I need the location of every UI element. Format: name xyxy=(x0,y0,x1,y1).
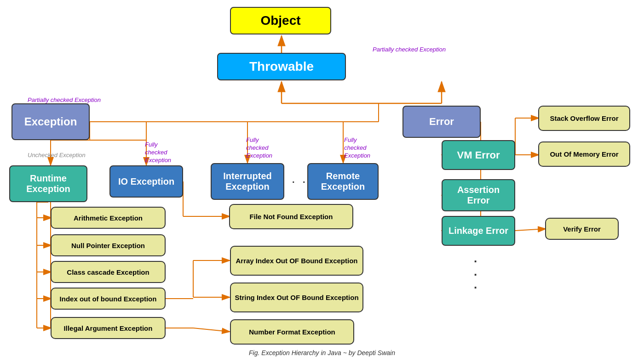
linkage-label: Linkage Error xyxy=(448,226,508,236)
caption: Fig. Exception Hierarchy in Java ~ by De… xyxy=(249,349,395,356)
remote-node: Remote Exception xyxy=(307,163,379,200)
classcascade-leaf: Class cascade Exception xyxy=(51,261,166,283)
remote-label: Remote Exception xyxy=(321,171,365,192)
linkage-node: Linkage Error xyxy=(442,216,515,246)
stackoverflow-leaf: Stack Overflow Error xyxy=(538,106,630,131)
fully-checked-label-2: Fully checked Exception xyxy=(246,129,272,160)
interrupted-label: Interrupted Exception xyxy=(223,171,272,192)
dots-linkage: . . . xyxy=(474,252,477,291)
vmerror-node: VM Error xyxy=(442,140,515,170)
runtime-node: Runtime Exception xyxy=(9,165,87,202)
error-node: Error xyxy=(402,106,481,138)
throwable-label: Throwable xyxy=(249,59,314,74)
svg-line-37 xyxy=(193,328,230,332)
error-label: Error xyxy=(429,116,454,128)
vmerror-label: VM Error xyxy=(457,149,500,161)
runtime-label: Runtime Exception xyxy=(26,173,70,194)
partially-checked-label-top: Partially checked Exception xyxy=(373,46,446,53)
object-node: Object xyxy=(230,7,331,34)
outofmemory-leaf: Out Of Memory Error xyxy=(538,141,630,167)
indexbound-leaf: Index out of bound Exception xyxy=(51,288,166,310)
exception-label: Exception xyxy=(24,115,77,128)
arraybound-leaf: Array Index Out OF Bound Exception xyxy=(230,246,363,276)
partially-checked-label-left: Partially checked Exception xyxy=(28,96,101,103)
object-label: Object xyxy=(260,13,300,28)
unchecked-label: Unchecked Exception xyxy=(28,152,86,158)
arithmetic-leaf: Arithmetic Exception xyxy=(51,207,166,229)
assertion-label: Assertion Error xyxy=(457,185,500,206)
io-node: IO Exception xyxy=(109,165,183,198)
throwable-node: Throwable xyxy=(217,53,346,80)
verify-leaf: Verify Error xyxy=(545,218,619,240)
exception-node: Exception xyxy=(12,103,90,140)
nullpointer-leaf: Null Pointer Exception xyxy=(51,234,166,256)
numberformat-leaf: Number Format Exception xyxy=(230,319,354,345)
assertion-node: Assertion Error xyxy=(442,179,515,211)
fully-checked-label-1: Fully checked Exception xyxy=(145,133,171,164)
interrupted-node: Interrupted Exception xyxy=(211,163,284,200)
filenotfound-leaf: File Not Found Exception xyxy=(229,204,353,229)
stringbound-leaf: String Index Out OF Bound Exception xyxy=(230,283,363,312)
illegal-leaf: Illegal Argument Exception xyxy=(51,317,166,339)
svg-line-46 xyxy=(515,229,546,231)
fully-checked-label-3: FullycheckedException xyxy=(344,129,370,160)
io-label: IO Exception xyxy=(118,176,174,187)
